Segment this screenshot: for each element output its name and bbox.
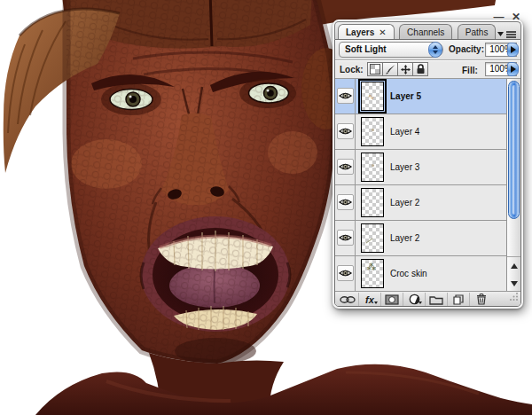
layer-thumbnail[interactable]: ⁂ [361, 259, 384, 288]
scrollbar[interactable] [506, 79, 520, 292]
eye-icon [339, 198, 352, 207]
layers-panel: — ✕ Layers✕ Channels Paths Soft Light [334, 21, 521, 307]
new-group-button[interactable] [426, 293, 448, 306]
new-adjustment-layer-button[interactable] [403, 293, 426, 306]
lock-position-button[interactable] [397, 62, 413, 76]
visibility-toggle[interactable] [337, 123, 354, 139]
thumbnail-content [366, 239, 373, 244]
tab-layers-label: Layers [346, 27, 374, 37]
visibility-toggle[interactable] [337, 159, 354, 175]
photoshop-workspace: — ✕ Layers✕ Channels Paths Soft Light [0, 0, 532, 415]
opacity-label: Opacity: [449, 44, 484, 54]
layer-row-layer4[interactable]: Layer 4 [335, 114, 520, 150]
layer-thumbnail[interactable] [361, 153, 384, 182]
layer-name[interactable]: Layer 2 [390, 233, 419, 243]
new-layer-icon [452, 294, 465, 305]
visibility-cell [335, 221, 356, 255]
thumbnail-content [372, 129, 374, 131]
caret-icon [374, 301, 378, 304]
opacity-slider-button[interactable] [507, 43, 519, 57]
link-icon [340, 295, 356, 304]
panel-tab-bar: Layers✕ Channels Paths [334, 21, 521, 39]
visibility-toggle[interactable] [337, 194, 354, 210]
layer-thumbnail[interactable] [361, 223, 384, 253]
layer-list: ∿ Layer 5 Layer 4 [335, 78, 520, 291]
panel-footer: fx [335, 291, 520, 307]
tab-paths[interactable]: Paths [458, 24, 497, 40]
stepper-icon[interactable] [428, 42, 442, 58]
fill-label: Fill: [462, 66, 478, 75]
delete-layer-button[interactable] [470, 293, 492, 306]
layer-name[interactable]: Layer 3 [390, 162, 419, 172]
eye-icon [339, 127, 352, 136]
scrollbar-thumb[interactable] [508, 81, 520, 219]
layer-name[interactable]: Layer 5 [390, 91, 421, 101]
visibility-cell [335, 79, 356, 114]
visibility-toggle[interactable] [337, 265, 354, 281]
layer-name[interactable]: Croc skin [390, 269, 427, 278]
scrollbar-arrows [507, 256, 520, 292]
fill-slider-button[interactable] [507, 62, 519, 76]
tab-close-icon[interactable]: ✕ [379, 27, 386, 37]
visibility-toggle[interactable] [337, 88, 354, 104]
layer-row-layer3[interactable]: Layer 3 [335, 150, 520, 185]
layer-mask-icon [385, 294, 399, 305]
lock-pixels-button[interactable] [382, 62, 398, 76]
panel-body: Soft Light Opacity: 100% Lock: [334, 39, 521, 307]
visibility-cell [335, 114, 356, 149]
lock-label: Lock: [340, 65, 364, 74]
layer-thumbnail[interactable] [361, 188, 384, 217]
visibility-cell [335, 150, 356, 184]
fx-icon: fx [365, 295, 374, 304]
lock-buttons [368, 62, 428, 76]
close-button[interactable]: ✕ [512, 12, 520, 21]
panel-menu-icon[interactable] [497, 27, 518, 38]
lock-all-button[interactable] [412, 62, 428, 76]
layer-thumbnail[interactable]: ∿ [361, 82, 384, 111]
new-layer-button[interactable] [448, 293, 470, 306]
window-controls: — ✕ [489, 11, 520, 23]
tab-layers[interactable]: Layers✕ [338, 24, 395, 40]
layer-row-layer5[interactable]: ∿ Layer 5 [335, 79, 520, 114]
lock-transparency-button[interactable] [367, 62, 383, 76]
minimize-button[interactable]: — [494, 12, 505, 21]
eye-icon [339, 233, 352, 242]
scroll-up-button[interactable] [507, 257, 520, 275]
blend-mode-select[interactable]: Soft Light [339, 42, 443, 58]
visibility-toggle[interactable] [337, 230, 354, 246]
add-layer-mask-button[interactable] [381, 293, 403, 306]
trash-icon [476, 294, 487, 305]
layer-name[interactable]: Layer 4 [390, 127, 419, 137]
visibility-cell [335, 256, 356, 291]
eye-icon [339, 269, 352, 278]
blend-opacity-row: Soft Light Opacity: 100% [335, 40, 520, 59]
layer-row-layer2a[interactable]: Layer 2 [335, 185, 520, 221]
tab-channels[interactable]: Channels [399, 24, 452, 40]
thumbnail-content: ⁂ [367, 262, 376, 272]
layer-thumbnail[interactable] [361, 117, 384, 146]
layer-row-crocskin[interactable]: ⁂ Croc skin [335, 256, 520, 292]
folder-icon [429, 294, 443, 305]
layer-row-layer2b[interactable]: Layer 2 [335, 221, 520, 256]
lock-fill-row: Lock: Fill: 100% [335, 61, 520, 78]
add-layer-style-button[interactable]: fx [359, 293, 381, 306]
blend-mode-value: Soft Light [345, 44, 387, 54]
visibility-cell [335, 185, 356, 220]
link-layers-button[interactable] [337, 293, 359, 306]
eye-icon [339, 91, 352, 100]
thumbnail-content: ∿ [368, 92, 375, 101]
eye-icon [339, 162, 352, 171]
resize-grip[interactable] [509, 289, 519, 305]
layer-name[interactable]: Layer 2 [390, 198, 419, 208]
thumbnail-content [372, 164, 374, 167]
caret-icon [419, 301, 422, 304]
